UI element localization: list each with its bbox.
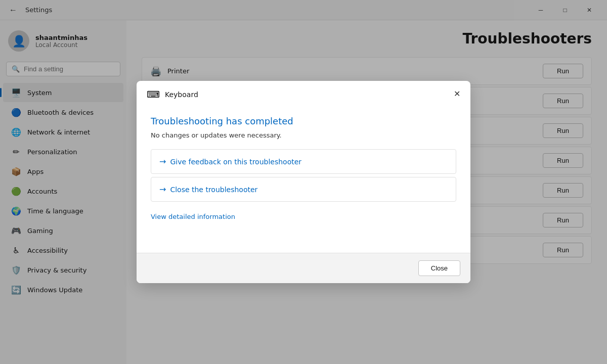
dialog-close-button[interactable]: Close [418,260,460,276]
dialog-header: ⌨️ Keyboard ✕ [137,81,470,106]
dialog-close-x-button[interactable]: ✕ [449,86,464,101]
dialog-overlay: ⌨️ Keyboard ✕ Troubleshooting has comple… [0,0,607,364]
close-troubleshooter-label: Close the troubleshooter [170,186,257,194]
close-troubleshooter-option[interactable]: → Close the troubleshooter [151,177,456,202]
arrow-icon: → [159,157,166,166]
dialog-status-desc: No changes or updates were necessary. [151,131,456,139]
view-detail-link[interactable]: View detailed information [151,213,235,220]
arrow-icon-2: → [159,185,166,194]
keyboard-troubleshooter-dialog: ⌨️ Keyboard ✕ Troubleshooting has comple… [137,81,470,283]
dialog-body: Troubleshooting has completed No changes… [137,106,470,253]
dialog-footer: Close [137,253,470,283]
feedback-label: Give feedback on this troubleshooter [170,158,301,166]
feedback-option[interactable]: → Give feedback on this troubleshooter [151,149,456,174]
dialog-status-title: Troubleshooting has completed [151,116,456,126]
dialog-title: Keyboard [165,90,198,99]
keyboard-icon: ⌨️ [147,89,160,100]
